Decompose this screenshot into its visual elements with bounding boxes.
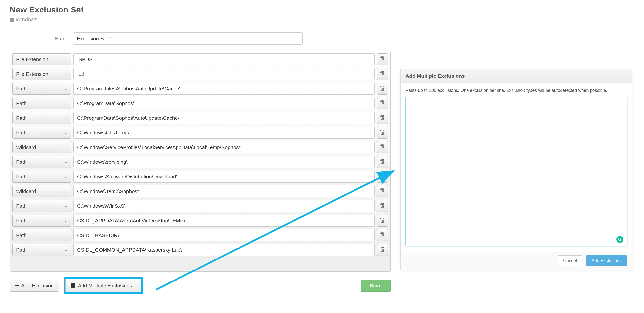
os-label: Windows xyxy=(16,16,37,23)
add-exclusion-label: Add Exclusion xyxy=(21,283,54,288)
exclusion-value-input[interactable] xyxy=(74,53,375,65)
exclusion-type-select[interactable]: File Extension⌄ xyxy=(12,53,71,65)
delete-exclusion-button[interactable] xyxy=(377,244,388,256)
svg-rect-3 xyxy=(12,20,14,22)
exclusion-type-select[interactable]: Path⌄ xyxy=(12,156,71,168)
chevron-down-icon: ⌄ xyxy=(64,233,68,237)
exclusion-type-select[interactable]: Path⌄ xyxy=(12,97,71,109)
exclusion-type-select[interactable]: Path⌄ xyxy=(12,83,71,95)
exclusion-type-label: Path xyxy=(16,203,26,209)
svg-rect-1 xyxy=(12,18,14,20)
exclusion-value-input[interactable] xyxy=(74,68,375,80)
exclusion-type-select[interactable]: Path⌄ xyxy=(12,244,71,256)
exclusion-row: File Extension⌄ xyxy=(12,68,388,80)
save-button[interactable]: Save xyxy=(360,279,390,292)
exclusion-type-label: Wildcard xyxy=(16,188,36,194)
exclusion-value-input[interactable] xyxy=(74,112,375,124)
name-input[interactable] xyxy=(73,33,303,45)
exclusion-type-select[interactable]: Path⌄ xyxy=(12,200,71,212)
exclusion-type-select[interactable]: Path⌄ xyxy=(12,214,71,226)
svg-rect-0 xyxy=(10,18,12,20)
chevron-down-icon: ⌄ xyxy=(64,101,68,105)
chevron-down-icon: ⌄ xyxy=(64,145,68,149)
delete-exclusion-button[interactable] xyxy=(377,141,388,153)
exclusions-table: File Extension⌄File Extension⌄Path⌄Path⌄… xyxy=(10,51,390,272)
delete-exclusion-button[interactable] xyxy=(377,156,388,168)
exclusion-set-panel: New Exclusion Set Windows Name File Exte… xyxy=(10,5,390,294)
exclusion-type-label: Path xyxy=(16,218,26,224)
trash-icon xyxy=(380,115,385,121)
exclusion-type-select[interactable]: Path⌄ xyxy=(12,112,71,124)
delete-exclusion-button[interactable] xyxy=(377,83,388,95)
exclusion-type-select[interactable]: Wildcard⌄ xyxy=(12,185,71,197)
os-subtitle: Windows xyxy=(10,16,390,23)
exclusion-row: File Extension⌄ xyxy=(12,53,388,65)
exclusion-row: Wildcard⌄ xyxy=(12,141,388,153)
exclusion-row: Path⌄ xyxy=(12,229,388,241)
chevron-down-icon: ⌄ xyxy=(64,72,68,76)
trash-icon xyxy=(380,188,385,194)
exclusion-row: Path⌄ xyxy=(12,127,388,139)
exclusion-value-input[interactable] xyxy=(74,97,375,109)
delete-exclusion-button[interactable] xyxy=(377,68,388,80)
chevron-down-icon: ⌄ xyxy=(64,131,68,135)
trash-icon xyxy=(380,203,385,209)
exclusion-value-input[interactable] xyxy=(74,141,375,153)
exclusion-row: Path⌄ xyxy=(12,171,388,183)
exclusion-value-input[interactable] xyxy=(74,171,375,183)
exclusion-row: Path⌄ xyxy=(12,83,388,95)
exclusion-type-label: File Extension xyxy=(16,57,48,62)
chevron-down-icon: ⌄ xyxy=(64,204,68,208)
add-exclusion-button[interactable]: Add Exclusion xyxy=(10,279,59,292)
exclusion-value-input[interactable] xyxy=(74,244,375,256)
exclusion-row: Wildcard⌄ xyxy=(12,185,388,197)
trash-icon xyxy=(380,174,385,179)
add-multiple-exclusions-button[interactable]: Add Multiple Exclusions... xyxy=(66,279,141,292)
add-exclusions-button[interactable]: Add Exclusions xyxy=(586,255,627,266)
page-title: New Exclusion Set xyxy=(10,5,390,15)
exclusion-row: Path⌄ xyxy=(12,97,388,109)
exclusion-type-select[interactable]: Path⌄ xyxy=(12,229,71,241)
delete-exclusion-button[interactable] xyxy=(377,229,388,241)
dialog-title: Add Multiple Exclusions xyxy=(400,69,632,83)
delete-exclusion-button[interactable] xyxy=(377,112,388,124)
grammarly-icon[interactable]: G xyxy=(616,236,623,243)
exclusion-row: Path⌄ xyxy=(12,112,388,124)
trash-icon xyxy=(380,247,385,253)
exclusions-textarea[interactable] xyxy=(406,97,627,246)
exclusion-type-label: Path xyxy=(16,115,26,121)
exclusion-row: Path⌄ xyxy=(12,200,388,212)
exclusion-value-input[interactable] xyxy=(74,229,375,241)
delete-exclusion-button[interactable] xyxy=(377,185,388,197)
chevron-down-icon: ⌄ xyxy=(64,175,68,179)
exclusion-value-input[interactable] xyxy=(74,185,375,197)
delete-exclusion-button[interactable] xyxy=(377,214,388,226)
exclusion-type-select[interactable]: File Extension⌄ xyxy=(12,68,71,80)
delete-exclusion-button[interactable] xyxy=(377,53,388,65)
name-row: Name xyxy=(10,33,390,45)
exclusion-type-label: Path xyxy=(16,159,26,165)
trash-icon xyxy=(380,144,385,150)
exclusion-value-input[interactable] xyxy=(74,200,375,212)
exclusion-value-input[interactable] xyxy=(74,127,375,139)
exclusion-type-label: Path xyxy=(16,130,26,136)
svg-rect-2 xyxy=(10,20,12,22)
exclusion-type-select[interactable]: Path⌄ xyxy=(12,171,71,183)
chevron-down-icon: ⌄ xyxy=(64,189,68,193)
exclusion-type-label: Path xyxy=(16,86,26,92)
exclusion-type-select[interactable]: Path⌄ xyxy=(12,127,71,139)
chevron-down-icon: ⌄ xyxy=(64,219,68,223)
exclusion-value-input[interactable] xyxy=(74,214,375,226)
exclusion-value-input[interactable] xyxy=(74,156,375,168)
exclusion-value-input[interactable] xyxy=(74,83,375,95)
delete-exclusion-button[interactable] xyxy=(377,200,388,212)
exclusion-row: Path⌄ xyxy=(12,156,388,168)
delete-exclusion-button[interactable] xyxy=(377,97,388,109)
chevron-down-icon: ⌄ xyxy=(64,57,68,61)
delete-exclusion-button[interactable] xyxy=(377,127,388,139)
exclusion-type-select[interactable]: Wildcard⌄ xyxy=(12,141,71,153)
trash-icon xyxy=(380,159,385,165)
delete-exclusion-button[interactable] xyxy=(377,171,388,183)
dialog-hint: Paste up to 100 exclusions. One exclusio… xyxy=(406,88,627,93)
cancel-button[interactable]: Cancel xyxy=(558,255,582,266)
